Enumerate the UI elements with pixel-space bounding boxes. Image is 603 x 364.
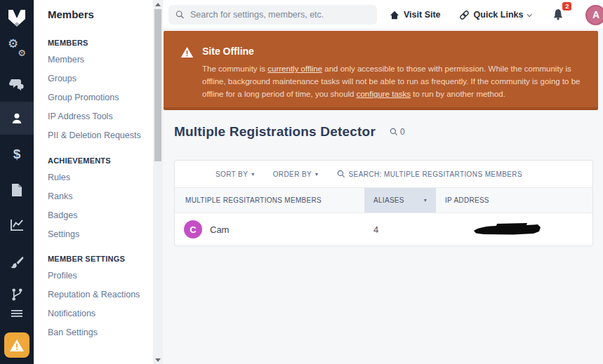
- gears-icon: ⚙⚙: [8, 39, 26, 55]
- members-sidebar: Members MEMBERS Members Groups Group Pro…: [34, 0, 153, 364]
- table-toolbar: SORT BY ▾ ORDER BY ▾ SEARCH: MULTIPLE RE…: [175, 161, 592, 188]
- result-count[interactable]: 0: [390, 127, 405, 137]
- menu-collapse[interactable]: [0, 303, 34, 324]
- warning-button[interactable]: [4, 332, 29, 358]
- section-heading-achievements: ACHIEVEMENTS: [48, 156, 147, 165]
- scroll-up-arrow[interactable]: [153, 0, 163, 8]
- column-header-ip-address[interactable]: IP ADDRESS: [436, 188, 592, 213]
- quick-links-button[interactable]: Quick Links: [459, 10, 531, 20]
- dollar-icon: $: [13, 147, 21, 162]
- home-icon: [390, 11, 399, 20]
- sidebar-item-community[interactable]: [0, 68, 34, 100]
- link-icon: [459, 10, 470, 20]
- scroll-down-arrow[interactable]: [153, 356, 163, 364]
- quick-links-label: Quick Links: [474, 10, 524, 20]
- table-search-label: SEARCH: MULTIPLE REGSITARTIONS MEMBERS: [349, 170, 522, 178]
- order-by-label: ORDER BY: [273, 170, 312, 178]
- sidebar-item-commerce[interactable]: $: [0, 138, 34, 170]
- avatar-letter: A: [592, 9, 599, 20]
- sidebar-item-settings[interactable]: Settings: [48, 230, 147, 240]
- sidebar-item-members-link[interactable]: Members: [48, 55, 147, 65]
- member-name[interactable]: Cam: [210, 224, 229, 235]
- visit-site-button[interactable]: Visit Site: [390, 10, 441, 20]
- caret-down-icon: ▾: [424, 197, 427, 203]
- results-table: SORT BY ▾ ORDER BY ▾ SEARCH: MULTIPLE RE…: [174, 160, 593, 246]
- table-header-row: MULTIPLE REGSITARTIONS MEMBERS ALIASES ▾…: [175, 188, 592, 213]
- chat-bubbles-icon: [9, 78, 25, 91]
- caret-down-icon: ▾: [251, 171, 254, 177]
- banner-title: Site Offline: [202, 46, 254, 57]
- banner-text-segment: to run by another method.: [411, 90, 505, 98]
- sidebar-item-reputation[interactable]: Reputation & Reactions: [48, 290, 147, 300]
- visit-site-label: Visit Site: [404, 10, 441, 20]
- person-icon: [10, 112, 24, 126]
- paintbrush-icon: [10, 255, 24, 269]
- member-avatar-letter: C: [190, 224, 196, 235]
- sidebar-item-groups[interactable]: Groups: [48, 74, 147, 84]
- site-offline-banner: Site Offline The community is currently …: [164, 31, 598, 110]
- topbar-right: Visit Site Quick Links: [390, 0, 603, 29]
- warning-triangle-icon: [9, 339, 25, 352]
- table-row[interactable]: C Cam 4: [175, 213, 592, 245]
- sidebar-scrollbar[interactable]: [153, 0, 163, 364]
- caret-down-icon: ▾: [315, 171, 318, 177]
- table-search-button[interactable]: SEARCH: MULTIPLE REGSITARTIONS MEMBERS: [337, 170, 522, 178]
- warning-triangle-icon: [180, 46, 194, 61]
- section-heading-member-settings: MEMBER SETTINGS: [48, 255, 147, 263]
- scrollbar-thumb[interactable]: [154, 9, 161, 161]
- sidebar-item-pii-deletion[interactable]: PII & Deletion Requests: [48, 131, 147, 141]
- notifications-button[interactable]: 2: [552, 7, 564, 23]
- notification-badge: 2: [562, 2, 571, 11]
- redacted-ip-scribble: [472, 221, 543, 238]
- aliases-cell: 4: [364, 224, 436, 235]
- section-heading-members: MEMBERS: [48, 39, 147, 47]
- column-header-aliases[interactable]: ALIASES ▾: [364, 188, 436, 213]
- sidebar-title: Members: [48, 8, 147, 20]
- search-icon: [175, 10, 185, 20]
- column-header-members[interactable]: MULTIPLE REGSITARTIONS MEMBERS: [175, 188, 364, 213]
- main-area: Visit Site Quick Links: [163, 0, 603, 364]
- sidebar-item-pages[interactable]: [0, 174, 34, 206]
- member-cell: C Cam: [175, 220, 364, 238]
- user-avatar[interactable]: A: [585, 5, 603, 25]
- topbar: Visit Site Quick Links: [163, 0, 603, 29]
- member-avatar: C: [184, 220, 202, 238]
- code-branch-icon: [11, 288, 24, 302]
- banner-text-segment: The community is: [202, 65, 267, 73]
- search-icon: [390, 128, 398, 136]
- sidebar-item-profiles[interactable]: Profiles: [48, 271, 147, 281]
- hamburger-icon: [11, 310, 22, 317]
- sort-by-label: SORT BY: [216, 170, 248, 178]
- sidebar-item-stats[interactable]: [0, 208, 34, 241]
- file-icon: [11, 183, 23, 197]
- sidebar-item-ranks[interactable]: Ranks: [48, 192, 147, 202]
- sidebar-item-badges[interactable]: Badges: [48, 211, 147, 221]
- sidebar-item-notifications[interactable]: Notifications: [48, 309, 147, 319]
- invision-logo-icon: [7, 9, 27, 27]
- chevron-down-icon: [527, 12, 532, 17]
- invision-logo[interactable]: [0, 3, 34, 34]
- sidebar-item-ban-settings[interactable]: Ban Settings: [48, 328, 147, 338]
- result-count-value: 0: [400, 127, 405, 137]
- search-icon: [337, 170, 345, 178]
- sidebar-item-customization[interactable]: [0, 246, 34, 278]
- chart-line-icon: [10, 218, 25, 231]
- sidebar-item-ip-address-tools[interactable]: IP Address Tools: [48, 112, 147, 122]
- icon-rail: ⚙⚙ $: [0, 0, 34, 364]
- sidebar-item-members[interactable]: [0, 102, 34, 135]
- global-search[interactable]: [168, 5, 377, 25]
- sidebar-item-system[interactable]: ⚙⚙: [0, 31, 34, 63]
- sort-by-dropdown[interactable]: SORT BY ▾: [216, 170, 255, 178]
- order-by-dropdown[interactable]: ORDER BY ▾: [273, 170, 319, 178]
- search-input[interactable]: [190, 10, 370, 20]
- currently-offline-link[interactable]: currently offline: [267, 65, 322, 73]
- sidebar-item-rules[interactable]: Rules: [48, 173, 147, 183]
- banner-text: The community is currently offline and o…: [202, 62, 581, 100]
- configure-tasks-link[interactable]: configure tasks: [357, 90, 411, 98]
- page-title: Multiple Registrations Detector: [174, 124, 376, 140]
- aliases-label: ALIASES: [373, 196, 404, 204]
- page-head: Multiple Registrations Detector 0: [174, 124, 405, 140]
- sidebar-item-group-promotions[interactable]: Group Promotions: [48, 93, 147, 103]
- admin-cp: ⚙⚙ $: [0, 0, 603, 364]
